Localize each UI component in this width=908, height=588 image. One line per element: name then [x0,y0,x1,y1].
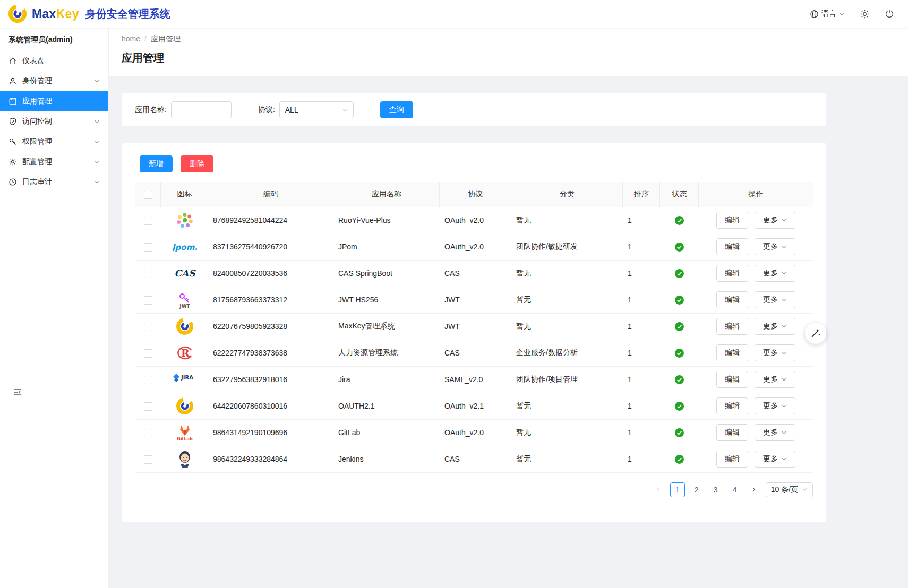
chevron-down-icon [781,456,787,462]
collapse-sidebar-icon[interactable] [13,387,22,397]
page-size-value: 10 条/页 [771,485,798,495]
row-checkbox[interactable] [144,323,152,331]
edit-button[interactable]: 编辑 [716,291,748,308]
column-header-sort: 排序 [623,182,660,207]
row-checkbox[interactable] [144,402,152,411]
next-page-icon[interactable] [747,482,761,497]
column-header-actions: 操作 [699,182,813,207]
top-header: MaxKey 身份安全管理系统 语言 [0,0,908,28]
more-button-label: 更多 [763,295,778,305]
edit-button[interactable]: 编辑 [716,371,748,388]
edit-button[interactable]: 编辑 [716,318,748,335]
sidebar-item-application[interactable]: 应用管理 [0,91,108,111]
table-row: Jpom. 837136275440926720 JPom OAuth_v2.0… [135,234,813,260]
sidebar-item-access[interactable]: 访问控制 [0,111,108,132]
edit-button[interactable]: 编辑 [716,265,748,282]
sidebar-item-label: 配置管理 [22,157,94,167]
more-button-label: 更多 [763,348,778,358]
edit-button[interactable]: 编辑 [716,397,748,414]
more-button[interactable]: 更多 [755,212,795,229]
more-button[interactable]: 更多 [755,397,795,414]
globe-icon [810,10,819,19]
table-row: CAS 824008507220033536 CAS SpringBoot CA… [135,260,813,287]
sidebar-item-identity[interactable]: 身份管理 [0,71,108,91]
page-header: home / 应用管理 应用管理 [109,28,908,76]
app-category: 暂无 [516,428,531,436]
more-button[interactable]: 更多 [755,318,795,335]
app-icon-ruoyi [175,210,194,231]
table-row: 644220607860310016 OAUTH2.1 OAuth_v2.1 暂… [135,393,813,419]
more-button[interactable]: 更多 [755,424,795,441]
table-card: 新增 删除 图标 编码 应用名称 协议 分类 [122,143,826,522]
brand-key: Key [56,7,79,21]
protocol-select-value: ALL [285,106,298,114]
app-category: 暂无 [516,401,531,410]
chevron-down-icon [94,79,100,84]
pagination: 1234 10 条/页 [135,482,813,497]
app-icon-jenkins [175,448,194,470]
access-icon [8,117,17,126]
settings-gear-icon[interactable] [860,9,870,19]
row-checkbox[interactable] [144,376,152,384]
sidebar-item-config[interactable]: 配置管理 [0,152,108,172]
chevron-down-icon [781,430,787,436]
chevron-down-icon [781,377,787,383]
row-checkbox[interactable] [144,243,152,252]
svg-text:Jpom.: Jpom. [173,243,197,252]
more-button-label: 更多 [763,215,778,225]
more-button[interactable]: 更多 [755,371,795,388]
sidebar-item-dashboard[interactable]: 仪表盘 [0,51,108,71]
more-button[interactable]: 更多 [755,238,795,255]
more-button[interactable]: 更多 [755,265,795,282]
app-protocol: OAuth_v2.1 [444,402,484,410]
edit-button[interactable]: 编辑 [716,451,748,468]
row-checkbox[interactable] [144,429,152,437]
page-1-button[interactable]: 1 [670,482,685,497]
prev-page-icon[interactable] [651,482,666,497]
page-size-select[interactable]: 10 条/页 [766,482,813,497]
edit-button[interactable]: 编辑 [716,424,748,441]
more-button[interactable]: 更多 [755,451,795,468]
app-sort: 1 [628,322,632,331]
chevron-down-icon [802,487,808,492]
page-3-button[interactable]: 3 [708,482,723,497]
maxkey-logo-icon [7,4,28,24]
logout-icon[interactable] [885,9,894,19]
language-switcher[interactable]: 语言 [810,9,845,19]
breadcrumb-home[interactable]: home [122,34,140,44]
select-all-checkbox[interactable] [144,191,152,199]
theme-tool-button[interactable] [805,323,826,344]
status-enabled-icon [675,269,684,278]
more-button[interactable]: 更多 [755,344,795,361]
delete-button[interactable]: 删除 [181,155,213,172]
app-sort: 1 [628,349,632,357]
sidebar-item-permission[interactable]: 权限管理 [0,132,108,152]
row-checkbox[interactable] [144,455,152,464]
row-checkbox[interactable] [144,296,152,305]
protocol-select[interactable]: ALL [279,101,354,118]
app-name-input[interactable] [171,101,232,118]
app-category: 暂无 [516,269,531,277]
app-name: 人力资源管理系统 [338,348,398,357]
row-checkbox[interactable] [144,217,152,225]
edit-button[interactable]: 编辑 [716,212,748,229]
page-4-button[interactable]: 4 [727,482,742,497]
filter-card: 应用名称: 协议: ALL 查询 [122,93,826,126]
page-2-button[interactable]: 2 [689,482,704,497]
sidebar-item-label: 日志审计 [22,177,94,187]
app-name: MaxKey管理系统 [338,322,395,330]
identity-icon [8,77,17,85]
row-checkbox[interactable] [144,270,152,278]
brand[interactable]: MaxKey 身份安全管理系统 [7,4,170,24]
search-button[interactable]: 查询 [380,101,413,118]
row-checkbox[interactable] [144,349,152,358]
edit-button[interactable]: 编辑 [716,344,748,361]
more-button-label: 更多 [763,375,778,384]
app-icon-hr: R [175,342,194,364]
sidebar-item-audit[interactable]: 日志审计 [0,172,108,192]
edit-button[interactable]: 编辑 [716,238,748,255]
table-toolbar: 新增 删除 [135,155,813,172]
add-button[interactable]: 新增 [140,155,173,172]
more-button[interactable]: 更多 [755,291,795,308]
status-enabled-icon [675,243,684,252]
